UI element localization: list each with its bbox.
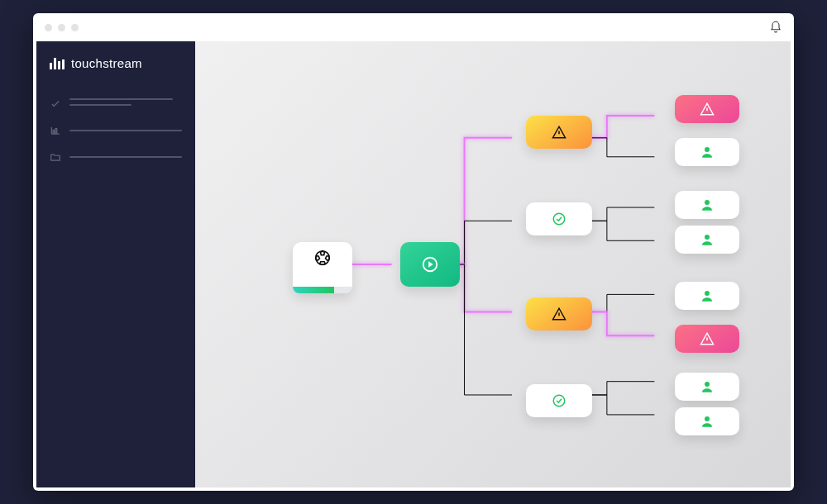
node-stream-2[interactable] <box>526 202 592 235</box>
sidebar-item-files[interactable] <box>50 151 182 163</box>
user-icon <box>700 288 715 303</box>
svg-point-9 <box>705 291 710 296</box>
play-icon <box>421 255 439 273</box>
svg-point-6 <box>705 147 710 152</box>
node-endpoint[interactable] <box>675 95 739 123</box>
warning-icon <box>552 307 566 321</box>
sidebar-item-overview[interactable] <box>50 98 182 110</box>
node-endpoint[interactable] <box>675 325 739 353</box>
chart-icon <box>50 125 61 136</box>
app-frame: touchstream <box>36 41 791 487</box>
user-icon <box>700 197 715 212</box>
node-source[interactable] <box>293 242 352 293</box>
logo-bars-icon <box>50 58 65 69</box>
node-stream-4[interactable] <box>526 384 592 417</box>
browser-window: touchstream <box>33 13 794 491</box>
nav-placeholder <box>69 130 182 131</box>
svg-point-2 <box>316 251 330 265</box>
brand-logo[interactable]: touchstream <box>50 56 182 70</box>
nav-placeholder <box>69 98 182 110</box>
svg-point-4 <box>553 213 565 225</box>
window-dot[interactable] <box>58 24 65 31</box>
topology-canvas <box>195 41 791 487</box>
warning-icon <box>552 125 566 140</box>
svg-point-8 <box>705 235 710 240</box>
check-icon <box>50 98 61 110</box>
sidebar: touchstream <box>36 41 195 487</box>
check-circle-icon <box>552 212 566 226</box>
user-icon <box>700 232 715 247</box>
soccer-icon <box>313 249 332 267</box>
warning-icon <box>700 102 715 116</box>
svg-point-10 <box>705 382 710 387</box>
source-progress <box>293 287 352 293</box>
node-endpoint[interactable] <box>675 282 739 310</box>
window-dot[interactable] <box>45 24 52 31</box>
node-endpoint[interactable] <box>675 226 739 254</box>
node-stream-3[interactable] <box>526 297 592 330</box>
warning-icon <box>700 331 715 346</box>
brand-name: touchstream <box>71 56 142 70</box>
user-icon <box>700 379 715 394</box>
window-dot[interactable] <box>71 24 79 31</box>
svg-point-11 <box>705 416 710 421</box>
user-icon <box>700 414 715 429</box>
node-endpoint[interactable] <box>675 407 739 435</box>
node-endpoint[interactable] <box>675 373 739 401</box>
nav-placeholder <box>69 156 182 158</box>
check-circle-icon <box>552 393 566 408</box>
notifications-icon[interactable] <box>769 21 782 34</box>
user-icon <box>700 145 715 159</box>
window-controls[interactable] <box>45 24 79 31</box>
folder-icon <box>50 151 61 163</box>
svg-rect-0 <box>53 130 55 133</box>
node-stream-1[interactable] <box>526 116 592 149</box>
svg-rect-1 <box>55 129 57 133</box>
node-endpoint[interactable] <box>675 138 739 166</box>
node-encoder[interactable] <box>400 242 460 287</box>
svg-point-7 <box>705 200 710 205</box>
node-endpoint[interactable] <box>675 191 739 219</box>
sidebar-item-analytics[interactable] <box>50 125 182 136</box>
titlebar <box>33 13 794 41</box>
svg-point-5 <box>553 395 565 407</box>
